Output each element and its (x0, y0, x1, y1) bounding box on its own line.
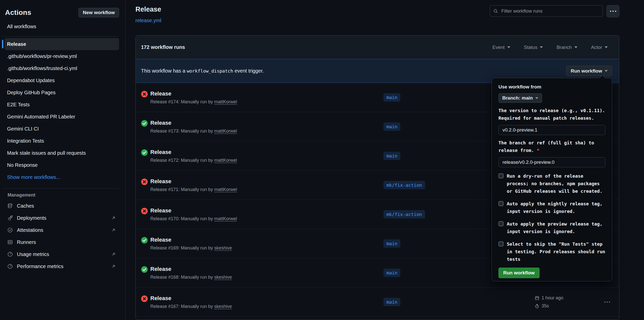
run-actor-link[interactable]: mattKorwel (214, 129, 237, 134)
rocket-icon (7, 215, 13, 221)
mgmt-item-label: Deployments (17, 215, 46, 221)
stopwatch-icon (535, 304, 539, 308)
chevron-down-icon (605, 70, 608, 72)
branch-badge[interactable]: main (383, 269, 400, 277)
mgmt-item-label: Performance metrics (17, 264, 64, 269)
runs-filters: Event Status Branch Actor (492, 45, 608, 50)
chevron-down-icon (574, 46, 577, 48)
version-input[interactable] (498, 125, 605, 135)
workflow-run-row[interactable]: Release Release #167: Manually run by sk… (136, 287, 619, 317)
run-title-link[interactable]: Release (150, 178, 237, 185)
branch-badge[interactable]: mk/fix-action (383, 181, 425, 189)
workflow-item-label: No Response (7, 162, 38, 168)
checkbox-unchecked-icon[interactable] (498, 173, 503, 178)
sidebar-item-deployments[interactable]: Deployments (5, 212, 119, 224)
failed-status-icon (141, 91, 148, 98)
sidebar-workflow-item[interactable]: Mark stale issues and pull requests (5, 147, 119, 159)
sidebar-workflow-item[interactable]: .github/workflows/trusted-ci.yml (5, 62, 119, 74)
run-actor-link[interactable]: mattKorwel (214, 216, 237, 221)
workflow-dispatch-code: workflow_dispatch (187, 68, 233, 74)
checkbox-unchecked-icon[interactable] (498, 221, 503, 226)
runs-list-header: 172 workflow runs Event Status Branch Ac… (136, 36, 619, 59)
workflow-item-label: Release (7, 41, 26, 47)
failed-status-icon (141, 178, 148, 185)
run-description: Release #174: Manually run by mattKorwel (150, 99, 237, 105)
branch-badge[interactable]: main (383, 239, 400, 248)
sidebar-divider (2, 188, 119, 188)
calendar-icon (535, 296, 539, 300)
checkbox-unchecked-icon[interactable] (498, 201, 503, 206)
run-actor-link[interactable]: mattKorwel (214, 187, 237, 192)
branch-badge[interactable]: main (383, 152, 400, 160)
filter-dropdown[interactable]: Branch (556, 45, 577, 50)
workflow-input-checkbox-row[interactable]: Auto apply the nightly release tag, inpu… (498, 200, 605, 215)
ref-input[interactable] (498, 157, 605, 167)
external-link-icon (111, 264, 116, 269)
filter-dropdown[interactable]: Status (524, 45, 543, 50)
filter-dropdown[interactable]: Event (492, 45, 510, 50)
workflow-item-label: Mark stale issues and pull requests (7, 150, 86, 156)
sidebar-workflow-item[interactable]: Show more workflows... (5, 171, 119, 183)
run-title-link[interactable]: Release (150, 237, 232, 243)
workflow-input-checkbox-row[interactable]: Select to skip the "Run Tests" step in t… (498, 240, 605, 263)
branch-badge[interactable]: main (383, 298, 400, 306)
sidebar-workflow-item[interactable]: E2E Tests (5, 99, 119, 111)
success-status-icon (141, 266, 148, 273)
chevron-down-icon (540, 46, 543, 48)
run-title-link[interactable]: Release (150, 90, 237, 97)
run-actor-link[interactable]: skeshive (214, 304, 232, 309)
sidebar-workflow-item[interactable]: Dependabot Updates (5, 74, 119, 86)
sidebar-item-performance-metrics[interactable]: Performance metrics (5, 260, 119, 272)
sidebar-item-runners[interactable]: Runners (5, 236, 119, 248)
search-input[interactable] (501, 8, 600, 14)
run-title-link[interactable]: Release (150, 120, 237, 126)
server-icon (7, 239, 13, 245)
sidebar-workflow-item[interactable]: Gemini Automated PR Labeler (5, 111, 119, 123)
sidebar-workflow-item[interactable]: No Response (5, 159, 119, 171)
run-title-link[interactable]: Release (150, 295, 232, 302)
branch-badge[interactable]: main (383, 93, 400, 102)
run-workflow-label: Run workflow (571, 68, 602, 74)
workflow-file-link[interactable]: release.yml (135, 18, 161, 23)
workflow-input-checkbox-row[interactable]: Auto apply the preview release tag, inpu… (498, 220, 605, 235)
mgmt-item-label: Attestations (17, 227, 43, 233)
sidebar-workflow-item[interactable]: .github/workflows/pr-review.yml (5, 50, 119, 62)
checkbox-unchecked-icon[interactable] (498, 241, 503, 246)
sidebar-workflow-item[interactable]: Gemini CLI CI (5, 123, 119, 135)
sidebar-item-caches[interactable]: Caches (5, 200, 119, 212)
chevron-down-icon (535, 97, 538, 99)
run-title-link[interactable]: Release (150, 207, 237, 214)
run-actor-link[interactable]: skeshive (214, 275, 232, 280)
popover-checkbox-list: Run a dry-run of the release process; no… (498, 172, 605, 263)
chevron-down-icon (507, 46, 510, 48)
sidebar-item-attestations[interactable]: Attestations (5, 224, 119, 236)
run-branch-cell: main (383, 298, 535, 306)
run-actor-link[interactable]: mattKorwel (214, 158, 237, 163)
popover-heading: Use workflow from (498, 84, 605, 90)
run-description: Release #170: Manually run by mattKorwel (150, 216, 237, 221)
sidebar-workflow-item[interactable]: Integration Tests (5, 135, 119, 147)
search-icon (493, 8, 498, 14)
run-actor-link[interactable]: mattKorwel (214, 99, 237, 104)
workflow-item-label: Dependabot Updates (7, 78, 55, 83)
run-title-link[interactable]: Release (150, 149, 237, 155)
run-title-link[interactable]: Release (150, 266, 232, 272)
sidebar-workflow-item[interactable]: Release (5, 38, 119, 50)
filter-dropdown[interactable]: Actor (591, 45, 608, 50)
run-options-kebab-button[interactable] (604, 302, 610, 303)
workflow-options-kebab-button[interactable] (606, 5, 620, 17)
filter-runs-search[interactable] (490, 5, 603, 17)
run-actor-link[interactable]: skeshive (214, 245, 232, 250)
run-workflow-submit-button[interactable]: Run workflow (498, 268, 540, 278)
run-workflow-dropdown-button[interactable]: Run workflow (566, 66, 612, 76)
branch-select-button[interactable]: Branch: main (498, 93, 542, 103)
workflow-item-label: Show more workflows... (7, 174, 60, 180)
new-workflow-button[interactable]: New workflow (78, 8, 119, 17)
workflow-input-checkbox-row[interactable]: Run a dry-run of the release process; no… (498, 172, 605, 195)
sidebar-item-all-workflows[interactable]: All workflows (5, 22, 119, 31)
workflow-item-label: .github/workflows/pr-review.yml (7, 53, 77, 59)
branch-badge[interactable]: mk/fix-action (383, 210, 425, 218)
sidebar-item-usage-metrics[interactable]: Usage metrics (5, 248, 119, 260)
branch-badge[interactable]: main (383, 122, 400, 131)
sidebar-workflow-item[interactable]: Deploy GitHub Pages (5, 86, 119, 99)
